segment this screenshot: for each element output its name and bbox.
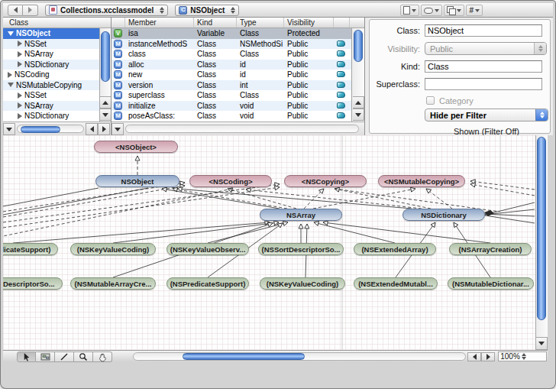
disclosure-triangle-icon[interactable]	[18, 113, 22, 119]
tree-item-nsarray[interactable]: NSArray	[3, 101, 99, 112]
tree-scroll-down-button[interactable]	[100, 109, 112, 121]
documentation-book-icon[interactable]	[337, 71, 345, 77]
symbol-filter-button[interactable]: #	[466, 5, 483, 16]
tree-item-nsset[interactable]: NSSet	[3, 90, 99, 101]
table-scroll-down-button[interactable]	[353, 109, 364, 121]
disclosure-triangle-icon[interactable]	[18, 102, 22, 109]
disclosure-triangle-icon[interactable]	[18, 51, 22, 57]
hand-tool-button[interactable]	[93, 352, 112, 362]
member-row-superclass[interactable]: MsuperclassClassClassPublic	[112, 90, 351, 101]
tree-item-nsset[interactable]: NSSet	[3, 39, 99, 50]
diagram-node-nsarray[interactable]: NSArray	[260, 209, 342, 221]
documentation-book-icon[interactable]	[337, 102, 345, 109]
diagram-node-nsobject[interactable]: NSObject	[95, 175, 179, 187]
diagram-node-nscoding[interactable]: <NSCoding>	[189, 175, 272, 187]
table-vertical-scrollbar[interactable]	[351, 28, 364, 121]
disclosure-triangle-icon[interactable]	[18, 92, 22, 99]
tree-vertical-scrollbar[interactable]	[99, 28, 112, 121]
disclosure-triangle-icon[interactable]	[8, 31, 14, 36]
document-popup[interactable]: Collections.xcclassmodel	[45, 5, 168, 16]
filter-popup[interactable]: Hide per Filter	[425, 109, 548, 121]
member-row-poseasclass[interactable]: MposeAsClass:ClassvoidPublic	[112, 111, 351, 121]
zoom-tool-button[interactable]	[74, 352, 93, 362]
documentation-book-icon[interactable]	[337, 61, 345, 67]
member-row-initialize[interactable]: MinitializeClassvoidPublic	[112, 101, 351, 112]
diagram-node-nssortdescriptorso[interactable]: (NSSortDescriptorSo...	[258, 243, 344, 255]
category-checkbox[interactable]	[426, 96, 435, 105]
diagram-scroll-down-button[interactable]	[535, 337, 548, 350]
diagram-node-nscopying[interactable]: <NSCopying>	[284, 175, 367, 187]
line-tool-button[interactable]	[55, 352, 74, 362]
diagram-hscroll-thumb[interactable]	[183, 353, 305, 360]
diagram-node-nsextendedarray[interactable]: (NSExtendedArray)	[354, 243, 436, 255]
documentation-book-icon[interactable]	[337, 82, 345, 88]
tree-item-nsobject[interactable]: NSObject	[3, 28, 99, 39]
diagram-scroll-left-button[interactable]	[467, 352, 481, 361]
table-disclosure-button[interactable]	[112, 123, 124, 135]
member-row-new[interactable]: MnewClassidPublic	[112, 70, 351, 80]
diagram-node-nsmutablecopying[interactable]: <NSMutableCopying>	[378, 175, 465, 187]
diagram-node-nsdictionary[interactable]: NSDictionary	[402, 209, 485, 221]
tree-item-nsarray[interactable]: NSArray	[3, 49, 99, 60]
diagram-node-nsobject[interactable]: <NSObject>	[94, 141, 178, 153]
member-row-version[interactable]: MversionClassintPublic	[112, 80, 351, 91]
disclosure-triangle-icon[interactable]	[8, 83, 14, 87]
tree-scroll-left-button[interactable]	[86, 123, 98, 135]
copy-options-button[interactable]	[444, 5, 464, 16]
diagram-node-nssortdescriptorso[interactable]: (NSSortDescriptorSo...	[3, 277, 63, 290]
diagram-node-nsarraycreation[interactable]: (NSArrayCreation)	[449, 243, 532, 255]
diagram-node-nspredicatesupport[interactable]: (NSPredicateSupport)	[166, 277, 249, 290]
diagram-scroll-right-button[interactable]	[481, 352, 495, 361]
class-field[interactable]: NSObject	[425, 24, 542, 37]
member-row-instancemethods[interactable]: MinstanceMethodSClassNSMethodSiPublic	[112, 39, 351, 50]
visibility-column-header[interactable]: Visibility	[284, 18, 334, 28]
disclosure-triangle-icon[interactable]	[18, 40, 22, 47]
diagram-node-nsmutabledictionar[interactable]: (NSMutableDictionar...	[448, 277, 534, 290]
member-column-header[interactable]: Member	[125, 18, 194, 28]
documentation-book-icon[interactable]	[337, 50, 345, 57]
select-tool-button[interactable]	[17, 352, 36, 362]
class-diagram-canvas[interactable]: <NSObject>NSObject<NSCoding><NSCopying><…	[3, 135, 548, 350]
diagram-node-nskeyvalueobserv[interactable]: (NSKeyValueObserv...	[166, 243, 249, 255]
class-column-header[interactable]: Class	[3, 18, 112, 28]
visibility-popup[interactable]: Public	[425, 42, 547, 55]
tree-disclosure-button[interactable]	[3, 123, 15, 135]
member-row-class[interactable]: MclassClassClassPublic	[112, 49, 351, 60]
table-scroll-up-button[interactable]	[353, 96, 364, 109]
diagram-node-nspredicatesupport[interactable]: (NSPredicateSupport)	[3, 243, 58, 255]
member-row-alloc[interactable]: MallocClassidPublic	[112, 60, 351, 70]
kind-field[interactable]: Class	[425, 60, 542, 73]
type-column-header[interactable]: Type	[237, 18, 284, 28]
tree-item-nsdictionary[interactable]: NSDictionary	[3, 111, 99, 121]
tree-vscroll-thumb[interactable]	[101, 31, 110, 82]
annotation-options-button[interactable]	[421, 5, 442, 16]
tree-hscroll-thumb[interactable]	[21, 126, 60, 133]
diagram-vertical-scrollbar[interactable]	[535, 135, 548, 350]
member-row-isa[interactable]: VisaVariableClassProtected	[112, 28, 351, 39]
diagram-hscroll-track[interactable]	[133, 352, 466, 361]
documentation-book-icon[interactable]	[337, 92, 345, 98]
back-button[interactable]	[8, 5, 23, 16]
tree-item-nscoding[interactable]: NSCoding	[3, 70, 99, 80]
symbol-popup[interactable]: C NSObject	[175, 5, 239, 16]
kind-column-header[interactable]: Kind	[194, 18, 237, 28]
diagram-node-nsmutablearraycre[interactable]: (NSMutableArrayCre...	[70, 277, 156, 290]
icon-column-header[interactable]	[112, 18, 125, 28]
documentation-book-icon[interactable]	[337, 112, 345, 118]
documentation-book-icon[interactable]	[337, 40, 345, 47]
table-vscroll-thumb[interactable]	[354, 30, 363, 62]
tree-scroll-right-button[interactable]	[98, 123, 110, 135]
forward-button[interactable]	[23, 5, 38, 16]
page-options-button[interactable]	[400, 5, 419, 16]
superclass-field[interactable]	[425, 78, 542, 90]
doc-column-header[interactable]	[334, 18, 350, 28]
zoom-level-control[interactable]: 100%	[498, 352, 547, 361]
diagram-vscroll-thumb[interactable]	[537, 137, 546, 320]
disclosure-triangle-icon[interactable]	[18, 61, 22, 67]
diagram-node-nskeyvaluecoding[interactable]: (NSKeyValueCoding)	[260, 277, 345, 290]
diagram-node-nskeyvaluecoding[interactable]: (NSKeyValueCoding)	[70, 243, 156, 255]
tree-item-nsmutablecopying[interactable]: NSMutableCopying	[3, 80, 99, 91]
diagram-node-nsextendedmutabl[interactable]: (NSExtendedMutabl...	[354, 277, 438, 290]
tree-item-nsdictionary[interactable]: NSDictionary	[3, 60, 99, 70]
tree-scroll-up-button[interactable]	[100, 96, 112, 109]
